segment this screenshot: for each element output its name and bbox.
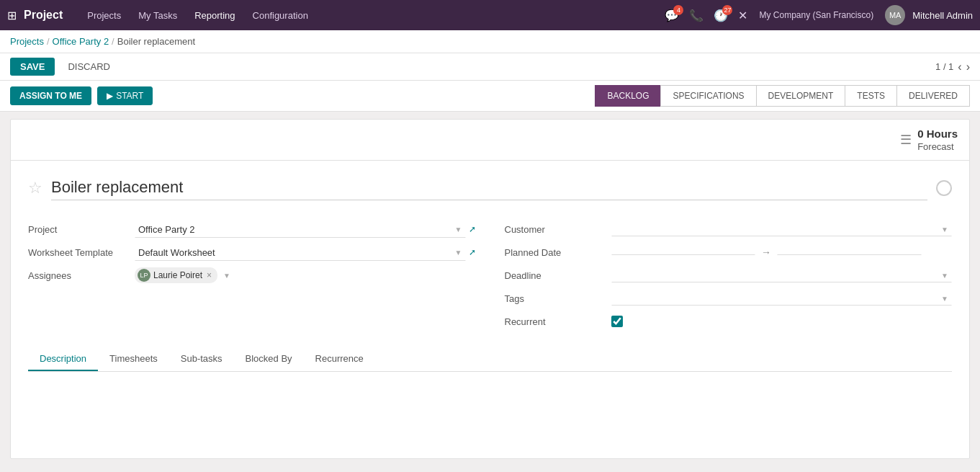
tab-bar: Description Timesheets Sub-tasks Blocked… <box>28 347 952 372</box>
stage-specifications[interactable]: SPECIFICATIONS <box>660 85 755 107</box>
nav-configuration[interactable]: Configuration <box>246 7 315 24</box>
tab-description[interactable]: Description <box>28 347 98 371</box>
tags-label: Tags <box>505 293 606 304</box>
hours-forecast: ☰ 0 Hours Forecast <box>900 127 958 153</box>
save-button[interactable]: SAVE <box>10 58 55 76</box>
assignees-label: Assignees <box>28 270 129 281</box>
worksheet-value: Default Worksheet ▼ ➚ <box>135 244 476 261</box>
project-external-link-icon[interactable]: ➚ <box>469 224 476 234</box>
form-card: ☰ 0 Hours Forecast ☆ Pr <box>10 119 970 459</box>
phone-icon[interactable]: 📞 <box>689 9 703 22</box>
fields-grid: Project Office Party 2 ▼ ➚ Worksheet Tem… <box>28 218 952 333</box>
main-content: ☰ 0 Hours Forecast ☆ Pr <box>0 112 980 466</box>
fields-right: Customer ▼ Planned Date <box>505 218 953 333</box>
project-label: Project <box>28 224 129 235</box>
worksheet-caret-icon: ▼ <box>455 249 462 257</box>
tab-recurrence[interactable]: Recurrence <box>304 347 375 371</box>
nav-reporting[interactable]: Reporting <box>187 7 242 24</box>
breadcrumb: Projects / Office Party 2 / Boiler repla… <box>0 30 980 53</box>
top-navigation: ⊞ Project Projects My Tasks Reporting Co… <box>0 0 980 30</box>
worksheet-external-link-icon[interactable]: ➚ <box>469 247 476 257</box>
assign-to-me-button[interactable]: ASSIGN TO ME <box>10 86 91 105</box>
assignee-tag[interactable]: LP Laurie Poiret × <box>135 267 217 283</box>
customer-caret-icon: ▼ <box>941 226 948 233</box>
hours-forecast-label: Forecast <box>917 141 958 153</box>
pagination: 1 / 1 ‹ › <box>935 61 970 74</box>
forecast-icon: ☰ <box>900 132 912 148</box>
breadcrumb-office-party[interactable]: Office Party 2 <box>53 36 109 47</box>
stage-tests[interactable]: TESTS <box>845 85 896 107</box>
chat-badge: 4 <box>673 5 683 15</box>
hours-forecast-value: 0 Hours <box>917 127 958 141</box>
customer-label: Customer <box>505 224 606 235</box>
user-avatar: MA <box>885 5 905 25</box>
form-body: ☆ Project Office Party 2 ▼ <box>11 161 969 458</box>
tools-icon[interactable]: ✕ <box>738 9 747 22</box>
stage-delivered[interactable]: DELIVERED <box>896 85 970 107</box>
next-arrow[interactable]: › <box>966 61 970 74</box>
status-circle[interactable] <box>936 180 952 196</box>
project-caret-icon: ▼ <box>455 226 462 233</box>
field-planned-date: Planned Date → <box>505 241 953 264</box>
worksheet-label: Worksheet Template <box>28 247 129 258</box>
tab-content-description <box>28 372 952 444</box>
assignees-caret-icon: ▼ <box>223 272 230 280</box>
deadline-select[interactable]: ▼ <box>611 269 953 282</box>
chat-icon[interactable]: 💬 4 <box>665 9 679 22</box>
recurrent-label: Recurrent <box>505 316 606 327</box>
remove-assignee-icon[interactable]: × <box>207 270 212 280</box>
breadcrumb-projects[interactable]: Projects <box>10 36 44 47</box>
deadline-label: Deadline <box>505 270 606 281</box>
assignees-value: LP Laurie Poiret × ▼ <box>135 267 476 283</box>
task-title-row: ☆ <box>28 175 952 200</box>
nav-my-tasks[interactable]: My Tasks <box>131 7 184 24</box>
clock-badge: 27 <box>722 5 732 15</box>
customer-select[interactable]: ▼ <box>611 223 953 236</box>
field-worksheet: Worksheet Template Default Worksheet ▼ ➚ <box>28 241 476 264</box>
user-name[interactable]: Mitchell Admin <box>912 10 973 21</box>
discard-button[interactable]: DISCARD <box>60 58 117 76</box>
stage-bar: ASSIGN TO ME ▶ START BACKLOG SPECIFICATI… <box>0 81 980 112</box>
planned-date-end[interactable] <box>777 249 922 255</box>
deadline-caret-icon: ▼ <box>941 272 948 280</box>
nav-projects[interactable]: Projects <box>80 7 128 24</box>
recurrent-value <box>611 316 953 327</box>
assignee-avatar: LP <box>138 269 150 282</box>
start-icon: ▶ <box>107 91 113 101</box>
project-select-value: Office Party 2 <box>138 224 195 235</box>
field-project: Project Office Party 2 ▼ ➚ <box>28 218 476 241</box>
app-grid-icon[interactable]: ⊞ <box>7 9 17 22</box>
tab-sub-tasks[interactable]: Sub-tasks <box>169 347 234 371</box>
start-button[interactable]: ▶ START <box>97 86 153 105</box>
favorite-star-icon[interactable]: ☆ <box>28 179 42 197</box>
task-title-input[interactable] <box>51 175 927 200</box>
project-select[interactable]: Office Party 2 ▼ <box>135 221 466 238</box>
planned-date-start[interactable] <box>611 249 756 255</box>
form-card-header: ☰ 0 Hours Forecast <box>11 120 969 161</box>
customer-value: ▼ <box>611 223 953 236</box>
recurrent-checkbox[interactable] <box>611 316 623 327</box>
planned-date-value: → <box>611 246 953 258</box>
worksheet-select[interactable]: Default Worksheet ▼ <box>135 244 466 261</box>
deadline-value: ▼ <box>611 269 953 282</box>
prev-arrow[interactable]: ‹ <box>958 61 961 74</box>
company-name: My Company (San Francisco) <box>759 10 873 20</box>
tags-select[interactable]: ▼ <box>611 292 953 306</box>
tab-timesheets[interactable]: Timesheets <box>98 347 169 371</box>
field-deadline: Deadline ▼ <box>505 264 953 287</box>
stage-development[interactable]: DEVELOPMENT <box>756 85 845 107</box>
tags-caret-icon: ▼ <box>941 295 948 303</box>
stage-backlog[interactable]: BACKLOG <box>595 85 660 107</box>
stage-tabs: BACKLOG SPECIFICATIONS DEVELOPMENT TESTS… <box>595 85 970 107</box>
fields-left: Project Office Party 2 ▼ ➚ Worksheet Tem… <box>28 218 476 333</box>
worksheet-select-value: Default Worksheet <box>138 247 215 258</box>
nav-icon-group: 💬 4 📞 🕐 27 ✕ <box>665 9 747 22</box>
planned-date-label: Planned Date <box>505 247 606 258</box>
breadcrumb-current: Boiler replacement <box>117 36 195 47</box>
planned-date-arrow-icon: → <box>761 246 771 258</box>
field-recurrent: Recurrent <box>505 310 953 333</box>
field-assignees: Assignees LP Laurie Poiret × ▼ <box>28 264 476 287</box>
app-name: Project <box>24 9 63 22</box>
clock-icon[interactable]: 🕐 27 <box>714 9 728 22</box>
tab-blocked-by[interactable]: Blocked By <box>234 347 304 371</box>
